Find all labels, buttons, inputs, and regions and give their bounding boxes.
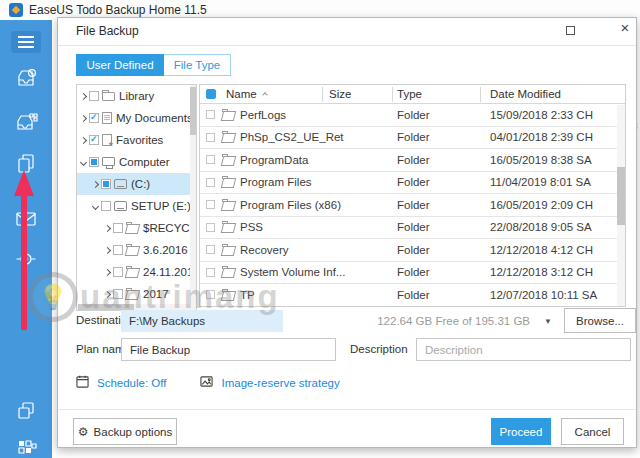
checkbox[interactable] [206, 290, 215, 299]
system-backup-icon[interactable] [14, 68, 38, 90]
folder-icon [102, 92, 115, 101]
checkbox-checked[interactable] [89, 113, 99, 123]
tab-user-defined[interactable]: User Defined [76, 54, 164, 76]
tree-item-3-6-2016[interactable]: 3.6.2016 [77, 239, 196, 261]
checkbox[interactable] [206, 110, 215, 119]
tree-item-label: Favorites [116, 134, 163, 146]
checkbox[interactable] [206, 200, 215, 209]
favorites-icon [102, 134, 112, 146]
footer-divider [58, 409, 636, 410]
image-reserve-link[interactable]: Image-reserve strategy [221, 377, 339, 389]
tree-item-setup-e-drive[interactable]: SETUP (E:) [77, 195, 196, 217]
tree-item-label: Library [119, 90, 154, 102]
table-header: Name Size Type Date Modified [200, 85, 625, 104]
destination-field[interactable]: F:\My Backups [121, 310, 283, 332]
table-row[interactable]: Program Files Folder 11/04/2019 8:01 SA [200, 172, 625, 195]
folder-open-icon [222, 268, 235, 277]
cell-name: System Volume Inf... [240, 266, 345, 278]
tools-icon[interactable] [14, 436, 38, 458]
tree-item-label: 3.6.2016 [143, 244, 188, 256]
checkbox[interactable] [113, 289, 123, 299]
backup-options-button[interactable]: ⚙ Backup options [73, 418, 177, 445]
checkbox[interactable] [206, 223, 215, 232]
tree-item-24-11-201[interactable]: 24.11.201 [77, 261, 196, 283]
options-links-row: Schedule: Off Image-reserve strategy [76, 374, 340, 392]
description-input[interactable] [416, 338, 631, 361]
checkbox-partial[interactable] [89, 157, 99, 167]
table-row[interactable]: Recovery Folder 12/12/2018 4:12 CH [200, 239, 625, 262]
table-row[interactable]: PSS Folder 22/08/2018 9:05 SA [200, 217, 625, 240]
table-row[interactable]: System Volume Inf... Folder 12/12/2018 3… [200, 262, 625, 285]
document-icon [102, 112, 112, 124]
checkbox-checked[interactable] [89, 135, 99, 145]
checkbox[interactable] [206, 268, 215, 277]
maximize-icon[interactable] [566, 26, 575, 35]
clone-icon[interactable] [14, 400, 38, 422]
checkbox[interactable] [101, 201, 111, 211]
checkbox[interactable] [89, 91, 99, 101]
column-header-type[interactable]: Type [397, 88, 422, 100]
file-table: Name Size Type Date Modified PerfLogs Fo… [199, 84, 626, 307]
checkbox[interactable] [206, 155, 215, 164]
dialog-title: File Backup [76, 24, 139, 38]
table-row[interactable]: Program Files (x86) Folder 16/05/2019 2:… [200, 194, 625, 217]
table-row[interactable]: PhSp_CS2_UE_Ret Folder 04/01/2018 2:39 C… [200, 127, 625, 150]
chevron-right-icon[interactable] [80, 114, 87, 121]
tree-item-label: Computer [119, 156, 170, 168]
chevron-right-icon[interactable] [104, 246, 111, 253]
table-row[interactable]: TP Folder 12/07/2018 10:11 SA [200, 284, 625, 307]
cell-type: Folder [397, 131, 430, 143]
disk-backup-icon[interactable] [14, 112, 38, 134]
column-header-size[interactable]: Size [329, 88, 351, 100]
tree-item-c-drive[interactable]: (C:) [77, 173, 196, 195]
tree-item-favorites[interactable]: Favorites [77, 129, 196, 151]
mail-backup-icon[interactable] [14, 208, 38, 230]
proceed-button[interactable]: Proceed [491, 418, 551, 445]
close-icon[interactable]: × [616, 19, 634, 37]
browse-button[interactable]: Browse... [564, 308, 636, 333]
destination-dropdown-icon[interactable]: ▼ [540, 310, 556, 332]
column-header-date-modified[interactable]: Date Modified [490, 88, 561, 100]
column-header-name[interactable]: Name [226, 88, 267, 100]
tree-item-my-documents[interactable]: My Documents [77, 107, 196, 129]
cell-date: 12/12/2018 4:12 CH [490, 244, 593, 256]
menu-icon[interactable] [11, 31, 41, 53]
chevron-right-icon[interactable] [104, 224, 111, 231]
chevron-right-icon[interactable] [80, 136, 87, 143]
select-all-checkbox[interactable] [206, 89, 216, 99]
cancel-button[interactable]: Cancel [561, 418, 624, 445]
checkbox[interactable] [206, 178, 215, 187]
checkbox[interactable] [113, 245, 123, 255]
chevron-right-icon[interactable] [92, 180, 99, 187]
table-row[interactable]: PerfLogs Folder 15/09/2018 2:33 CH [200, 104, 625, 127]
checkbox-partial[interactable] [101, 179, 111, 189]
checkbox[interactable] [113, 267, 123, 277]
plan-name-input[interactable] [121, 338, 336, 361]
folder-open-icon [222, 201, 235, 210]
tree-item-recycle[interactable]: $RECYCLI [77, 217, 196, 239]
file-backup-icon[interactable] [14, 153, 38, 175]
browse-to-recover-icon[interactable] [14, 248, 38, 270]
tree-vertical-scrollbar[interactable] [190, 85, 196, 310]
tree-item-computer[interactable]: Computer [77, 151, 196, 173]
cell-name: PhSp_CS2_UE_Ret [240, 131, 344, 143]
chevron-right-icon[interactable] [104, 290, 111, 297]
chevron-down-icon[interactable] [92, 202, 99, 209]
window-title: EaseUS Todo Backup Home 11.5 [29, 3, 207, 17]
chevron-right-icon[interactable] [104, 268, 111, 275]
table-vertical-scrollbar[interactable] [617, 105, 625, 307]
table-row[interactable]: ProgramData Folder 16/05/2019 8:38 SA [200, 149, 625, 172]
schedule-link[interactable]: Schedule: Off [97, 377, 166, 389]
checkbox[interactable] [206, 245, 215, 254]
folder-open-icon [222, 291, 235, 300]
tab-file-type[interactable]: File Type [164, 54, 231, 76]
tree-item-2017[interactable]: 2017 [77, 283, 196, 305]
chevron-right-icon[interactable] [80, 92, 87, 99]
checkbox[interactable] [113, 223, 123, 233]
header-divider [58, 45, 636, 46]
checkbox[interactable] [206, 133, 215, 142]
source-tree: Library My Documents Favorites Computer [76, 84, 197, 311]
chevron-down-icon[interactable] [80, 158, 87, 165]
cell-date: 12/07/2018 10:11 SA [490, 289, 597, 301]
tree-item-library[interactable]: Library [77, 85, 196, 107]
